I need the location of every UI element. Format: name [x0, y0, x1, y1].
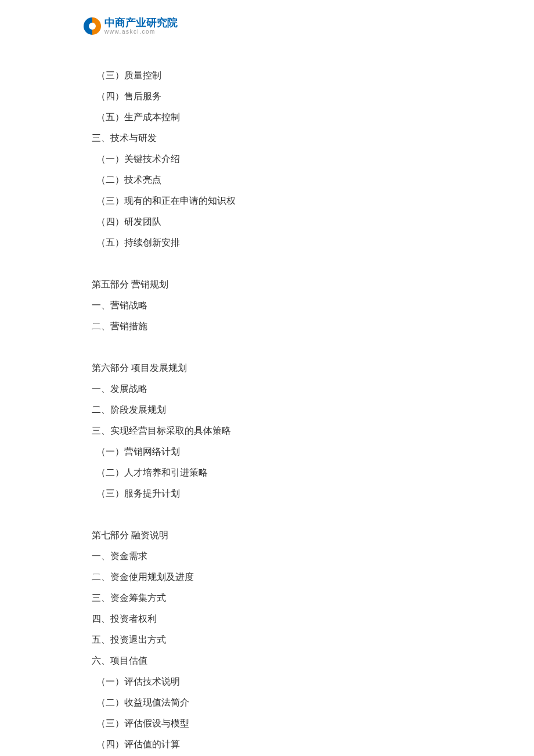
toc-line: （二）技术亮点: [92, 170, 236, 190]
svg-point-0: [89, 23, 96, 30]
toc-line: （一）营销网络计划: [92, 441, 236, 462]
toc-line: （二）人才培养和引进策略: [92, 462, 236, 483]
toc-line: （四）研发团队: [92, 211, 236, 232]
toc-line: （三）服务提升计划: [92, 483, 236, 504]
logo-mark-icon: [82, 16, 102, 36]
toc-line: 三、实现经营目标采取的具体策略: [92, 420, 236, 441]
toc-line: （三）评估假设与模型: [92, 713, 236, 734]
toc-line: 二、资金使用规划及进度: [92, 567, 236, 588]
toc-line: 一、资金需求: [92, 546, 236, 567]
toc-line: （三）现有的和正在申请的知识权: [92, 190, 236, 211]
logo-title: 中商产业研究院: [104, 17, 178, 28]
toc-line: 四、投资者权利: [92, 609, 236, 629]
toc-line: （四）评估值的计算: [92, 734, 236, 755]
logo: 中商产业研究院 www.askci.com: [82, 16, 178, 36]
toc-line: （二）收益现值法简介: [92, 692, 236, 713]
logo-text: 中商产业研究院 www.askci.com: [104, 17, 178, 35]
toc-line: 六、项目估值: [92, 650, 236, 671]
toc-line: （五）生产成本控制: [92, 107, 236, 128]
toc-line: 三、资金筹集方式: [92, 588, 236, 609]
toc-content: （三）质量控制（四）售后服务（五）生产成本控制三、技术与研发（一）关键技术介绍（…: [92, 65, 236, 755]
toc-line: （一）评估技术说明: [92, 671, 236, 692]
toc-line: 五、投资退出方式: [92, 629, 236, 650]
logo-url: www.askci.com: [104, 29, 178, 35]
toc-line: 三、技术与研发: [92, 128, 236, 149]
toc-line: 二、营销措施: [92, 316, 236, 337]
toc-line: （一）关键技术介绍: [92, 149, 236, 170]
toc-line: （五）持续创新安排: [92, 232, 236, 253]
toc-line: （四）售后服务: [92, 86, 236, 107]
toc-line: 一、发展战略: [92, 379, 236, 399]
toc-line: 第六部分 项目发展规划: [92, 358, 236, 379]
toc-line: （三）质量控制: [92, 65, 236, 86]
toc-line: 一、营销战略: [92, 295, 236, 316]
toc-line: 二、阶段发展规划: [92, 399, 236, 420]
toc-line: 第五部分 营销规划: [92, 274, 236, 295]
toc-line: 第七部分 融资说明: [92, 525, 236, 546]
